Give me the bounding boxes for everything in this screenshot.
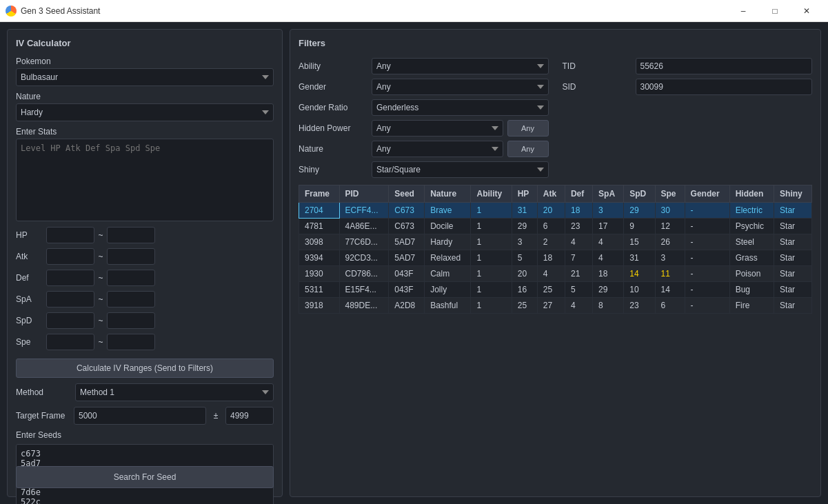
table-cell: 4781	[299, 219, 340, 234]
table-row[interactable]: 5311E15F4...043FJolly116255291014-BugSta…	[299, 282, 812, 298]
enter-stats-label: Enter Stats	[16, 127, 274, 137]
shiny-filter-label: Shiny	[299, 165, 367, 174]
stats-textarea[interactable]	[16, 139, 274, 221]
def-max-input[interactable]: ▲ ▼	[107, 270, 155, 286]
table-cell: 4A86E...	[339, 219, 389, 234]
atk-min-value[interactable]	[47, 252, 94, 261]
table-cell: -	[685, 250, 729, 266]
table-cell: 1930	[299, 266, 340, 282]
table-row[interactable]: 1930CD786...043FCalm120421181411-PoisonS…	[299, 266, 812, 282]
nature-filter-label: Nature	[299, 144, 367, 154]
atk-max-value[interactable]	[108, 252, 155, 261]
ability-filter-select[interactable]: Any	[372, 58, 549, 74]
table-cell: Bashful	[425, 298, 471, 314]
table-cell: Star	[774, 203, 812, 219]
spd-label: SpD	[16, 316, 43, 325]
table-cell: 26	[655, 234, 685, 250]
table-cell: 14	[655, 282, 685, 298]
close-button[interactable]: ✕	[791, 0, 822, 22]
def-max-value[interactable]	[108, 273, 155, 283]
spd-row: SpD ▲ ▼ ~ ▲ ▼	[16, 312, 274, 329]
table-row[interactable]: 2704ECFF4...C673Brave131201832930-Electr…	[299, 203, 812, 219]
results-table-header: Frame PID Seed Nature Ability HP Atk Def…	[299, 185, 812, 203]
def-tilde: ~	[97, 273, 104, 283]
table-cell: 3	[655, 250, 685, 266]
spa-min-input[interactable]: ▲ ▼	[46, 291, 94, 308]
target-frame-range-input[interactable]	[225, 407, 274, 425]
target-frame-input[interactable]	[74, 407, 206, 425]
spd-min-value[interactable]	[47, 316, 94, 325]
hidden-power-any-button[interactable]: Any	[507, 120, 549, 137]
table-cell: 10	[624, 282, 655, 298]
spa-max-value[interactable]	[108, 294, 155, 304]
table-cell: A2D8	[389, 298, 425, 314]
ability-filter-label: Ability	[299, 61, 367, 71]
pokemon-select[interactable]: Bulbasaur	[16, 68, 274, 86]
results-table: Frame PID Seed Nature Ability HP Atk Def…	[299, 185, 812, 314]
table-cell: Star	[774, 298, 812, 314]
nature-select[interactable]: Hardy	[16, 103, 274, 121]
tid-filter-input[interactable]	[636, 58, 813, 74]
hidden-power-filter-select[interactable]: Any	[372, 120, 503, 137]
spd-max-value[interactable]	[108, 316, 155, 325]
hidden-power-filter-row: Hidden Power Any Any	[299, 120, 549, 137]
calc-iv-button[interactable]: Calculate IV Ranges (Send to Filters)	[16, 359, 274, 378]
atk-label: Atk	[16, 252, 43, 261]
minimize-button[interactable]: –	[727, 0, 759, 22]
table-row[interactable]: 3918489DE...A2D8Bashful1252748236-FireSt…	[299, 298, 812, 314]
table-cell: ECFF4...	[339, 203, 389, 219]
table-cell: Steel	[729, 234, 774, 250]
spa-min-value[interactable]	[47, 294, 94, 304]
nature-label: Nature	[16, 92, 274, 101]
hp-max-value[interactable]	[108, 230, 155, 240]
table-cell: 043F	[389, 266, 425, 282]
spe-max-input[interactable]: ▲ ▼	[107, 334, 155, 350]
table-cell: 30	[655, 203, 685, 219]
table-row[interactable]: 309877C6D...5AD7Hardy132441526-SteelStar	[299, 234, 812, 250]
table-cell: 6	[655, 298, 685, 314]
table-cell: 23	[565, 219, 592, 234]
spd-min-input[interactable]: ▲ ▼	[46, 312, 94, 329]
search-for-seed-button[interactable]: Search For Seed	[16, 466, 274, 488]
hp-min-value[interactable]	[47, 230, 94, 240]
sid-filter-input[interactable]	[636, 79, 813, 95]
table-cell: Brave	[425, 203, 471, 219]
spd-max-input[interactable]: ▲ ▼	[107, 312, 155, 329]
def-min-input[interactable]: ▲ ▼	[46, 270, 94, 286]
table-cell: 92CD3...	[339, 250, 389, 266]
table-row[interactable]: 47814A86E...C673Docile12962317912-Psychi…	[299, 219, 812, 234]
nature-any-button[interactable]: Any	[507, 141, 549, 157]
table-cell: 043F	[389, 282, 425, 298]
def-min-value[interactable]	[47, 273, 94, 283]
gender-ratio-filter-select[interactable]: Genderless	[372, 99, 549, 116]
maximize-button[interactable]: □	[759, 0, 791, 22]
table-cell: Star	[774, 234, 812, 250]
spa-label: SpA	[16, 294, 43, 304]
shiny-filter-select[interactable]: Star/Square	[372, 161, 549, 178]
table-cell: Star	[774, 250, 812, 266]
table-cell: 2	[537, 234, 565, 250]
table-cell: -	[685, 219, 729, 234]
spe-min-value[interactable]	[47, 337, 94, 347]
table-cell: 9	[624, 219, 655, 234]
spa-max-input[interactable]: ▲ ▼	[107, 291, 155, 308]
spe-max-value[interactable]	[108, 337, 155, 347]
table-cell: Electric	[729, 203, 774, 219]
table-cell: 20	[537, 203, 565, 219]
method-select[interactable]: Method 1	[75, 383, 274, 401]
table-cell: Star	[774, 219, 812, 234]
gender-filter-select[interactable]: Any	[372, 79, 549, 95]
table-cell: 4	[593, 234, 624, 250]
hp-max-input[interactable]: ▲ ▼	[107, 227, 155, 243]
table-row[interactable]: 939492CD3...5AD7Relaxed151874313-GrassSt…	[299, 250, 812, 266]
table-cell: 11	[655, 266, 685, 282]
atk-max-input[interactable]: ▲ ▼	[107, 248, 155, 265]
spe-min-input[interactable]: ▲ ▼	[46, 334, 94, 350]
table-cell: Hardy	[425, 234, 471, 250]
nature-filter-select[interactable]: Any	[372, 141, 503, 157]
hp-min-input[interactable]: ▲ ▼	[46, 227, 94, 243]
atk-min-input[interactable]: ▲ ▼	[46, 248, 94, 265]
table-cell: -	[685, 203, 729, 219]
table-cell: 2704	[299, 203, 340, 219]
gender-filter-label: Gender	[299, 82, 367, 92]
